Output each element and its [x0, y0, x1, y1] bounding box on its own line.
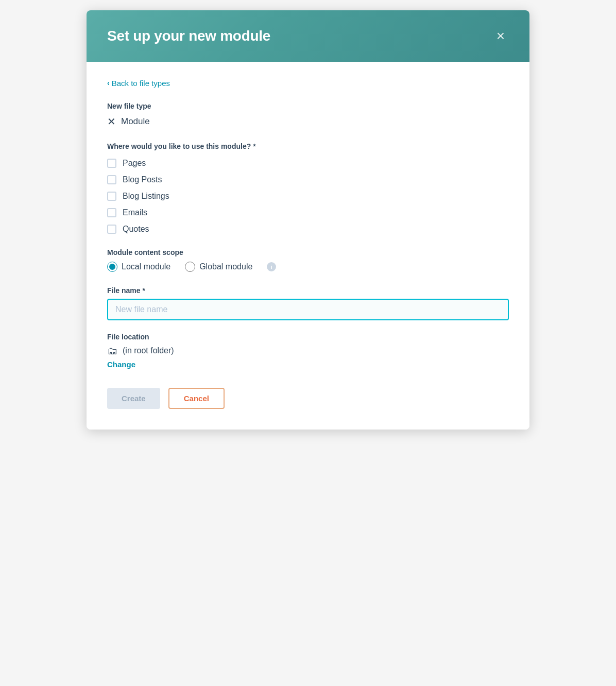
checkbox-pages-input[interactable] — [107, 159, 116, 168]
close-button[interactable]: × — [492, 27, 509, 45]
back-chevron-icon: ‹ — [107, 79, 110, 87]
checkbox-blog-posts-input[interactable] — [107, 175, 116, 184]
checkbox-emails-input[interactable] — [107, 208, 116, 217]
radio-local-input[interactable] — [107, 262, 117, 272]
checkbox-blog-posts-label: Blog Posts — [123, 175, 162, 184]
checkbox-pages[interactable]: Pages — [107, 159, 509, 168]
modal-title: Set up your new module — [107, 28, 270, 44]
file-name-section: File name * — [107, 286, 509, 320]
file-type-row: ✕ Module — [107, 115, 509, 128]
checkbox-pages-label: Pages — [123, 159, 146, 168]
checkbox-blog-listings[interactable]: Blog Listings — [107, 192, 509, 201]
change-location-link[interactable]: Change — [107, 360, 135, 369]
checkbox-emails-label: Emails — [123, 208, 147, 217]
modal-header: Set up your new module × — [87, 10, 529, 62]
create-button[interactable]: Create — [107, 388, 160, 409]
radio-global-input[interactable] — [185, 262, 195, 272]
usage-checkbox-list: Pages Blog Posts Blog Listings Emails Qu… — [107, 159, 509, 234]
file-name-label: File name * — [107, 286, 509, 295]
file-type-name: Module — [121, 116, 150, 127]
checkbox-blog-listings-input[interactable] — [107, 192, 116, 201]
modal-body: ‹ Back to file types New file type ✕ Mod… — [87, 62, 529, 430]
checkbox-emails[interactable]: Emails — [107, 208, 509, 217]
usage-section-label: Where would you like to use this module?… — [107, 142, 509, 150]
checkbox-quotes-input[interactable] — [107, 225, 116, 234]
button-row: Create Cancel — [107, 388, 509, 409]
location-text: (in root folder) — [123, 346, 174, 355]
radio-global-module[interactable]: Global module — [185, 262, 252, 272]
location-row: 🗂 (in root folder) — [107, 345, 509, 357]
checkbox-quotes[interactable]: Quotes — [107, 225, 509, 234]
modal-container: Set up your new module × ‹ Back to file … — [87, 10, 529, 430]
checkbox-quotes-label: Quotes — [123, 225, 149, 234]
file-name-input[interactable] — [107, 299, 509, 320]
radio-global-label: Global module — [199, 262, 252, 271]
folder-icon: 🗂 — [107, 345, 117, 357]
radio-local-label: Local module — [122, 262, 170, 271]
scope-info-icon[interactable]: i — [267, 262, 276, 271]
checkbox-blog-listings-label: Blog Listings — [123, 192, 169, 201]
file-location-label: File location — [107, 333, 509, 341]
scope-radio-group: Local module Global module i — [107, 262, 509, 272]
back-link-label: Back to file types — [112, 79, 170, 88]
scope-label: Module content scope — [107, 248, 509, 256]
module-icon: ✕ — [107, 115, 116, 128]
scope-section: Module content scope Local module Global… — [107, 248, 509, 272]
radio-local-module[interactable]: Local module — [107, 262, 170, 272]
file-location-section: File location 🗂 (in root folder) Change — [107, 333, 509, 369]
checkbox-blog-posts[interactable]: Blog Posts — [107, 175, 509, 184]
cancel-button[interactable]: Cancel — [168, 388, 225, 409]
back-to-file-types-link[interactable]: ‹ Back to file types — [107, 79, 170, 88]
new-file-type-label: New file type — [107, 102, 509, 110]
